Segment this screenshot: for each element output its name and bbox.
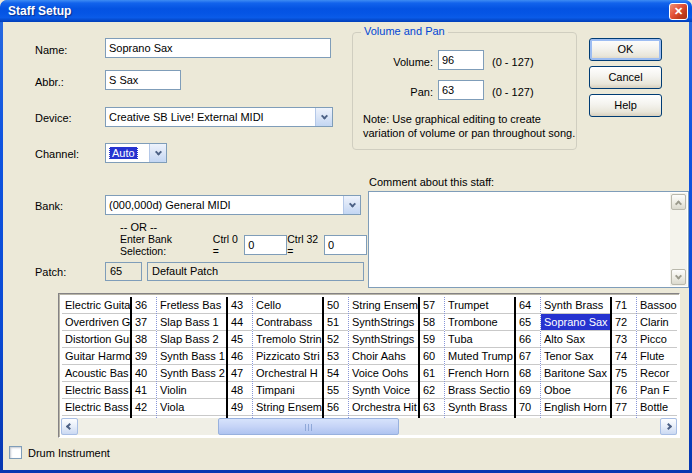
patch-name-cell[interactable]: Electric Bass [62, 399, 130, 416]
chevron-right-icon[interactable] [660, 418, 677, 435]
patch-number-cell[interactable]: 46 [228, 348, 252, 365]
patch-number-cell[interactable]: 57 [420, 297, 444, 314]
patch-number-cell[interactable]: 66 [516, 331, 540, 348]
patch-name-cell[interactable]: Acoustic Bas [62, 365, 130, 382]
patch-number-cell[interactable]: 41 [132, 382, 156, 399]
patch-name-cell[interactable]: Viola [157, 399, 226, 416]
patch-number-cell[interactable]: 61 [420, 365, 444, 382]
patch-number-cell[interactable]: 70 [516, 399, 540, 416]
patch-number-cell[interactable]: 45 [228, 331, 252, 348]
patch-name-cell[interactable]: SynthStrings [349, 331, 418, 348]
patch-name-cell[interactable]: French Horn [445, 365, 514, 382]
chevron-down-icon[interactable] [671, 269, 686, 285]
pan-input[interactable] [438, 80, 484, 100]
patch-number-cell[interactable]: 63 [420, 399, 444, 416]
patch-name-cell[interactable]: Violin [157, 382, 226, 399]
volume-input[interactable] [438, 50, 484, 70]
patch-number-cell[interactable]: 73 [612, 331, 636, 348]
patch-name-cell[interactable]: Slap Bass 2 [157, 331, 226, 348]
patch-name-cell[interactable]: String Ensem [253, 399, 322, 416]
patch-name-cell[interactable]: Pizzicato Stri [253, 348, 322, 365]
patch-name-cell[interactable]: SynthStrings [349, 314, 418, 331]
bank-combo[interactable]: (000,000d) General MIDI [105, 195, 361, 215]
patch-name-cell[interactable]: Oboe [541, 382, 610, 399]
comment-textarea[interactable] [368, 191, 689, 288]
patch-name-cell[interactable]: Synth Brass [541, 297, 610, 314]
patch-name-cell[interactable]: Tuba [445, 331, 514, 348]
patch-name-cell[interactable]: Trumpet [445, 297, 514, 314]
patch-number-cell[interactable]: 38 [132, 331, 156, 348]
patch-name-cell[interactable]: English Horn [541, 399, 610, 416]
patch-number-cell[interactable]: 64 [516, 297, 540, 314]
patch-name-cell[interactable]: Bottle [637, 399, 677, 416]
patch-number-cell[interactable]: 59 [420, 331, 444, 348]
patch-name-cell[interactable]: Electric Guita [62, 297, 130, 314]
patch-name-cell[interactable]: Trombone [445, 314, 514, 331]
patch-number-cell[interactable]: 42 [132, 399, 156, 416]
patch-number-cell[interactable]: 76 [612, 382, 636, 399]
patch-name-cell[interactable]: Slap Bass 1 [157, 314, 226, 331]
patch-number-cell[interactable]: 58 [420, 314, 444, 331]
chevron-left-icon[interactable] [61, 418, 78, 435]
patch-number-cell[interactable]: 56 [324, 399, 348, 416]
patch-number-cell[interactable]: 51 [324, 314, 348, 331]
patch-number-cell[interactable]: 68 [516, 365, 540, 382]
chevron-down-icon[interactable] [149, 144, 166, 162]
patch-number-cell[interactable]: 77 [612, 399, 636, 416]
patch-name-cell[interactable]: Synth Bass 2 [157, 365, 226, 382]
patch-number-cell[interactable]: 72 [612, 314, 636, 331]
patch-number-cell[interactable]: 69 [516, 382, 540, 399]
ok-button[interactable]: OK [589, 38, 662, 61]
patch-name-cell[interactable]: Orchestra Hit [349, 399, 418, 416]
patch-name-cell[interactable]: Synth Bass 1 [157, 348, 226, 365]
channel-combo[interactable]: Auto [105, 143, 167, 163]
patch-name-cell[interactable]: Alto Sax [541, 331, 610, 348]
patch-name-cell[interactable]: Synth Brass [445, 399, 514, 416]
patch-name-cell[interactable]: String Ensem [349, 297, 418, 314]
patch-name-cell[interactable]: Synth Voice [349, 382, 418, 399]
patch-name-cell[interactable]: Recor [637, 365, 677, 382]
patch-number-cell[interactable]: 71 [612, 297, 636, 314]
patch-name-cell[interactable]: Distortion Gui [62, 331, 130, 348]
patch-number-cell[interactable]: 60 [420, 348, 444, 365]
patch-number-cell[interactable]: 47 [228, 365, 252, 382]
patch-name-cell[interactable]: Pan F [637, 382, 677, 399]
drum-instrument-checkbox[interactable] [9, 446, 22, 459]
patch-number-cell[interactable]: 44 [228, 314, 252, 331]
patch-name-cell[interactable]: Tenor Sax [541, 348, 610, 365]
patch-name-cell[interactable]: Tremolo Strin [253, 331, 322, 348]
chevron-down-icon[interactable] [315, 108, 332, 126]
patch-number-cell[interactable]: 55 [324, 382, 348, 399]
chevron-up-icon[interactable] [671, 194, 686, 210]
title-bar[interactable]: Staff Setup ✕ [0, 0, 692, 22]
patch-number-cell[interactable]: 53 [324, 348, 348, 365]
patch-number-cell[interactable]: 75 [612, 365, 636, 382]
patch-name-cell[interactable]: Fretless Bas [157, 297, 226, 314]
patch-number-cell[interactable]: 36 [132, 297, 156, 314]
patch-number-cell[interactable]: 74 [612, 348, 636, 365]
patch-number-cell[interactable]: 37 [132, 314, 156, 331]
patch-name-cell[interactable]: Voice Oohs [349, 365, 418, 382]
patch-name-cell[interactable]: Flute [637, 348, 677, 365]
close-icon[interactable]: ✕ [669, 3, 688, 20]
patch-number-cell[interactable]: 50 [324, 297, 348, 314]
patch-name-cell[interactable]: Overdriven G [62, 314, 130, 331]
patch-number-cell[interactable]: 40 [132, 365, 156, 382]
patch-name-cell[interactable]: Orchestral H [253, 365, 322, 382]
patch-name-cell[interactable]: Bassoo [637, 297, 677, 314]
cancel-button[interactable]: Cancel [589, 66, 662, 89]
patch-name-cell[interactable]: Baritone Sax [541, 365, 610, 382]
patch-number-cell[interactable]: 39 [132, 348, 156, 365]
patch-number-cell[interactable]: 49 [228, 399, 252, 416]
scrollbar-thumb[interactable] [218, 418, 399, 435]
patch-name-cell[interactable]: Brass Sectio [445, 382, 514, 399]
comment-scrollbar[interactable] [670, 193, 687, 286]
patch-name-cell[interactable]: Cello [253, 297, 322, 314]
chevron-down-icon[interactable] [343, 196, 360, 214]
patch-name-cell[interactable]: Picco [637, 331, 677, 348]
patch-name-cell[interactable]: Guitar Harmo [62, 348, 130, 365]
patch-name-cell[interactable]: Soprano Sax [541, 314, 610, 331]
patch-number-cell[interactable]: 65 [516, 314, 540, 331]
abbr-input[interactable] [105, 70, 181, 90]
patch-name-cell[interactable]: Muted Trump [445, 348, 514, 365]
